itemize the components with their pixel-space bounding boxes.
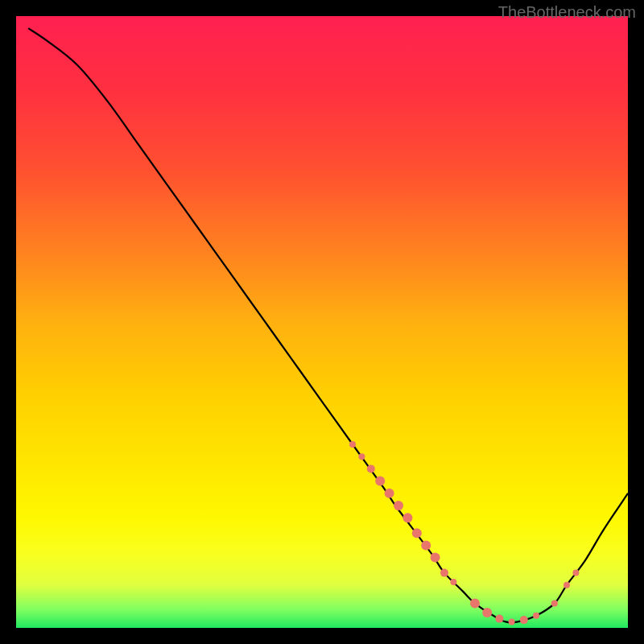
curve-marker	[402, 513, 412, 522]
curve-marker	[470, 599, 480, 609]
chart-svg	[16, 16, 628, 628]
curve-marker	[482, 608, 492, 617]
curve-marker	[358, 453, 365, 460]
gradient-background	[16, 16, 628, 628]
curve-marker	[533, 613, 539, 619]
curve-marker	[440, 569, 448, 577]
curve-marker	[450, 579, 456, 585]
curve-marker	[375, 477, 385, 486]
curve-marker	[385, 489, 394, 498]
curve-marker	[520, 616, 528, 624]
curve-marker	[367, 464, 375, 473]
curve-marker	[394, 501, 403, 510]
curve-marker	[431, 553, 440, 563]
chart-frame	[16, 16, 628, 628]
curve-marker	[509, 618, 515, 625]
watermark-text: TheBottleneck.com	[498, 3, 636, 22]
curve-marker	[421, 540, 431, 550]
curve-marker	[564, 582, 570, 588]
curve-marker	[412, 528, 422, 538]
curve-marker	[349, 441, 356, 448]
curve-marker	[495, 615, 503, 623]
curve-marker	[551, 601, 558, 607]
curve-marker	[572, 570, 579, 576]
